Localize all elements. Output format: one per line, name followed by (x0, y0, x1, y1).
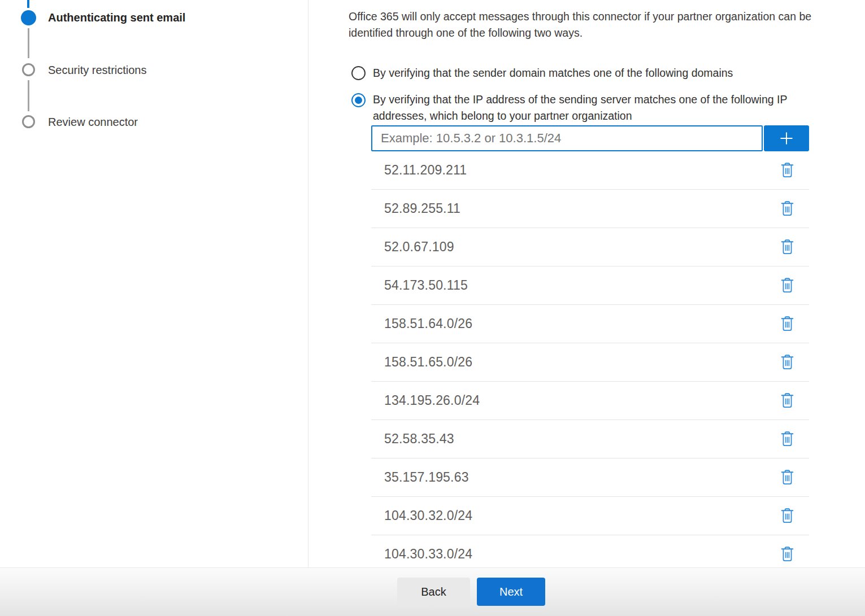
trash-icon (781, 470, 794, 485)
delete-ip-button[interactable] (780, 508, 794, 525)
ip-row: 104.30.32.0/24 (371, 497, 809, 535)
ip-address-input[interactable] (371, 125, 763, 151)
ip-row: 134.195.26.0/24 (371, 382, 809, 420)
ip-entry-row (371, 125, 809, 151)
ip-row: 52.11.209.211 (371, 151, 809, 190)
intro-text: Office 365 will only accept messages thr… (349, 8, 854, 41)
delete-ip-button[interactable] (780, 392, 794, 409)
ip-address: 104.30.32.0/24 (384, 508, 472, 523)
ip-address: 134.195.26.0/24 (384, 393, 480, 408)
option-verify-sender-domain[interactable]: By verifying that the sender domain matc… (351, 66, 733, 80)
radio-selected-icon[interactable] (351, 93, 366, 107)
delete-ip-button[interactable] (780, 431, 794, 448)
trash-icon (781, 201, 794, 216)
delete-ip-button[interactable] (780, 277, 794, 294)
next-button[interactable]: Next (477, 578, 545, 606)
trash-icon (781, 431, 794, 447)
delete-ip-button[interactable] (780, 200, 794, 217)
trash-icon (781, 278, 794, 293)
ip-address: 158.51.65.0/26 (384, 355, 472, 370)
ip-address: 158.51.64.0/26 (384, 316, 472, 331)
delete-ip-button[interactable] (780, 316, 794, 333)
ip-address: 52.89.255.11 (384, 201, 460, 216)
plus-icon (777, 129, 796, 147)
trash-icon (781, 316, 794, 331)
delete-ip-button[interactable] (780, 546, 794, 563)
add-ip-button[interactable] (764, 125, 809, 151)
ip-row: 52.58.35.43 (371, 420, 809, 458)
ip-row: 52.89.255.11 (371, 190, 809, 228)
step-connector (28, 28, 29, 58)
step-circle-icon (22, 115, 35, 128)
footer-bar: Back Next (0, 567, 865, 616)
trash-icon (781, 508, 794, 523)
ip-row: 54.173.50.115 (371, 267, 809, 305)
trash-icon (781, 547, 794, 562)
ip-address: 52.11.209.211 (384, 163, 467, 178)
ip-row: 52.0.67.109 (371, 228, 809, 267)
step-circle-icon (22, 63, 35, 76)
option-label: By verifying that the sender domain matc… (373, 66, 733, 80)
ip-address: 35.157.195.63 (384, 470, 469, 485)
back-button[interactable]: Back (397, 578, 470, 606)
stepper-step-review-connector: Review connector (48, 115, 138, 129)
delete-ip-button[interactable] (780, 239, 794, 256)
delete-ip-button[interactable] (780, 469, 794, 486)
radio-unselected-icon[interactable] (351, 66, 366, 80)
ip-row: 35.157.195.63 (371, 458, 809, 497)
ip-address: 104.30.33.0/24 (384, 547, 472, 562)
ip-row: 104.30.33.0/24 (371, 535, 809, 567)
step-current-dot-icon (21, 10, 36, 25)
option-verify-ip-address[interactable]: By verifying that the IP address of the … (351, 93, 842, 124)
trash-icon (781, 239, 794, 255)
step-connector-top (27, 0, 29, 8)
trash-icon (781, 393, 794, 408)
ip-address: 52.0.67.109 (384, 239, 454, 255)
trash-icon (781, 163, 794, 178)
step-connector (28, 80, 29, 111)
ip-row: 158.51.65.0/26 (371, 343, 809, 382)
stepper-step-security-restrictions: Security restrictions (48, 63, 147, 77)
option-label: By verifying that the IP address of the … (373, 91, 842, 124)
delete-ip-button[interactable] (780, 162, 794, 179)
ip-address: 52.58.35.43 (384, 431, 454, 447)
delete-ip-button[interactable] (780, 354, 794, 371)
ip-list: 52.11.209.211 52.89.255.11 52.0.67.109 (371, 151, 809, 567)
ip-row: 158.51.64.0/26 (371, 305, 809, 343)
ip-address: 54.173.50.115 (384, 278, 468, 293)
wizard-stepper: Authenticating sent email Security restr… (0, 0, 308, 567)
main-content: Office 365 will only accept messages thr… (308, 0, 865, 567)
stepper-step-authenticating-sent-email: Authenticating sent email (48, 11, 185, 25)
trash-icon (781, 355, 794, 370)
